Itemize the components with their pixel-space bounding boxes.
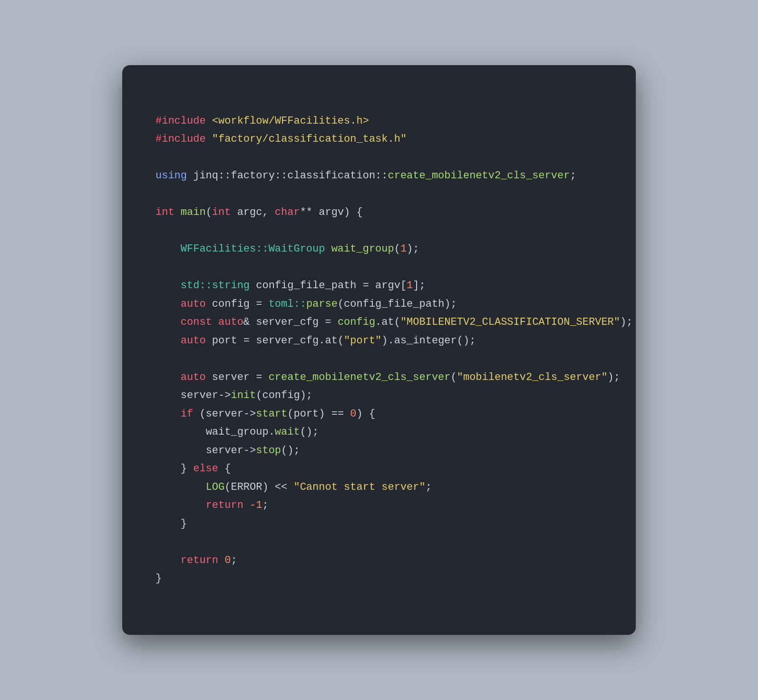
code-window: #include <workflow/WFFacilities.h> #incl…	[122, 65, 636, 635]
code-content: #include <workflow/WFFacilities.h> #incl…	[155, 94, 603, 606]
line-include-1: #include <workflow/WFFacilities.h> #incl…	[155, 115, 632, 585]
